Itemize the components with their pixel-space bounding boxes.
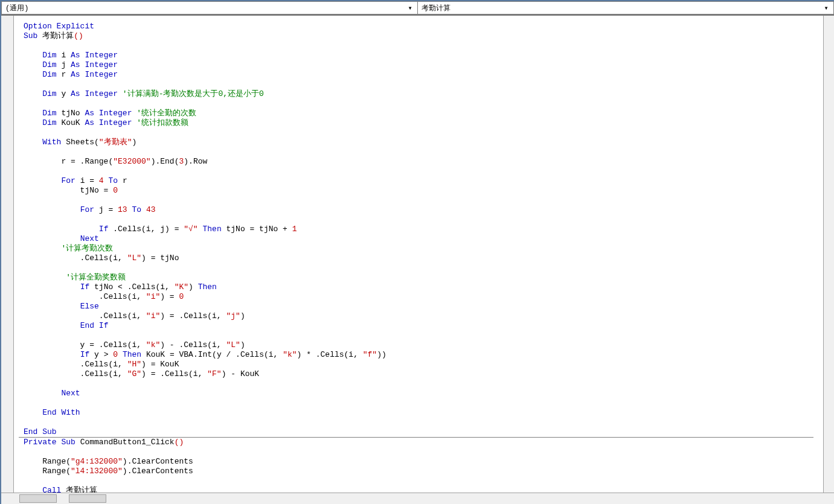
bottom-strip (1, 493, 834, 504)
code-line[interactable]: Sub 考勤计算() (24, 31, 818, 41)
code-line[interactable]: Range("l4:l32000").ClearContents (24, 467, 818, 476)
code-line[interactable]: y = .Cells(i, "k") - .Cells(i, "L") (24, 340, 818, 350)
code-line[interactable] (24, 215, 818, 225)
code-line[interactable]: '计算全勤奖数额 (24, 273, 818, 282)
code-line[interactable]: If .Cells(i, j) = "√" Then tjNo = tjNo +… (24, 225, 818, 234)
code-line[interactable] (24, 379, 818, 389)
code-line[interactable] (24, 418, 818, 427)
code-line[interactable]: With Sheets("考勤表") (24, 138, 818, 147)
code-line[interactable]: Else (24, 302, 818, 311)
code-line[interactable]: Option Explicit (24, 22, 818, 31)
code-line[interactable]: Dim j As Integer (24, 60, 818, 70)
code-line[interactable]: End With (24, 408, 818, 418)
code-line[interactable]: Private Sub CommandButton1_Click() (24, 438, 818, 447)
code-line[interactable]: r = .Range("E32000").End(3).Row (24, 157, 818, 167)
code-line[interactable] (24, 196, 818, 205)
view-tab[interactable] (69, 494, 106, 503)
code-editor[interactable]: Option ExplicitSub 考勤计算() Dim i As Integ… (14, 16, 823, 504)
code-line[interactable]: Next (24, 234, 818, 244)
procedure-dropdown[interactable]: 考勤计算 ▾ (418, 1, 834, 14)
code-line[interactable]: .Cells(i, "H") = KouK (24, 360, 818, 369)
code-line[interactable]: If y > 0 Then KouK = VBA.Int(y / .Cells(… (24, 350, 818, 360)
code-line[interactable]: .Cells(i, "G") = .Cells(i, "F") - KouK (24, 369, 818, 379)
code-line[interactable]: End Sub (24, 427, 818, 437)
code-line[interactable]: '计算考勤次数 (24, 244, 818, 254)
view-tab[interactable] (19, 494, 57, 503)
indicator-margin (1, 16, 14, 504)
code-line[interactable] (24, 128, 818, 138)
code-line[interactable]: tjNo = 0 (24, 186, 818, 196)
code-line[interactable] (24, 476, 818, 486)
code-line[interactable] (24, 99, 818, 109)
code-pane: Option ExplicitSub 考勤计算() Dim i As Integ… (1, 15, 834, 504)
code-line[interactable]: Dim i As Integer (24, 51, 818, 60)
code-line[interactable]: .Cells(i, "i") = 0 (24, 292, 818, 302)
code-line[interactable] (24, 447, 818, 457)
code-line[interactable]: End If (24, 321, 818, 331)
object-dropdown-value: (通用) (5, 3, 28, 13)
code-line[interactable] (24, 147, 818, 157)
procedure-dropdown-value: 考勤计算 (422, 3, 451, 13)
dropdown-arrow-icon: ▾ (821, 4, 831, 13)
code-line[interactable] (24, 41, 818, 51)
code-line[interactable]: For i = 4 To r (24, 176, 818, 186)
object-dropdown[interactable]: (通用) ▾ (1, 1, 418, 14)
code-line[interactable] (24, 80, 818, 89)
code-line[interactable] (24, 331, 818, 340)
dropdown-arrow-icon: ▾ (405, 4, 415, 13)
code-line[interactable]: .Cells(i, "i") = .Cells(i, "j") (24, 311, 818, 321)
code-line[interactable]: Dim r As Integer (24, 70, 818, 80)
code-line[interactable]: Dim KouK As Integer '统计扣款数额 (24, 118, 818, 128)
code-line[interactable]: Range("g4:i32000").ClearContents (24, 457, 818, 467)
code-line[interactable]: Dim tjNo As Integer '统计全勤的次数 (24, 109, 818, 118)
code-line[interactable]: Next (24, 389, 818, 398)
header-bar: (通用) ▾ 考勤计算 ▾ (1, 1, 834, 15)
vertical-scrollbar[interactable] (823, 16, 834, 504)
code-line[interactable]: .Cells(i, "L") = tjNo (24, 254, 818, 263)
code-line[interactable] (24, 398, 818, 408)
vba-editor-window: (通用) ▾ 考勤计算 ▾ Option ExplicitSub 考勤计算() … (0, 0, 834, 504)
code-line[interactable]: If tjNo < .Cells(i, "K") Then (24, 282, 818, 292)
code-line[interactable]: Dim y As Integer '计算满勤-考勤次数是大于0,还是小于0 (24, 89, 818, 99)
code-line[interactable] (24, 263, 818, 273)
code-line[interactable]: For j = 13 To 43 (24, 205, 818, 215)
code-line[interactable] (24, 167, 818, 176)
